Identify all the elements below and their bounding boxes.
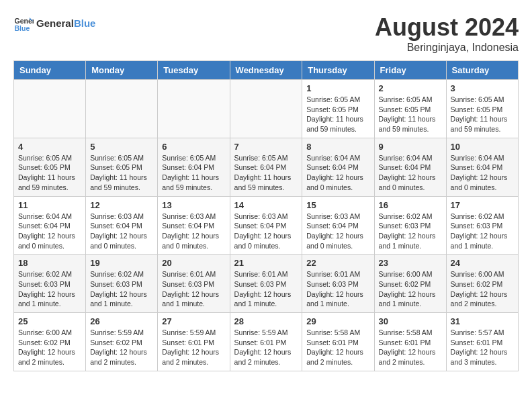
calendar-week-row: 4Sunrise: 6:05 AMSunset: 6:05 PMDaylight… [14, 138, 519, 196]
calendar-cell: 23Sunrise: 6:00 AMSunset: 6:02 PMDayligh… [374, 255, 446, 313]
calendar-cell: 14Sunrise: 6:03 AMSunset: 6:04 PMDayligh… [230, 196, 302, 255]
weekday-header-friday: Friday [374, 61, 446, 80]
day-number: 16 [379, 200, 442, 210]
calendar-week-row: 1Sunrise: 6:05 AMSunset: 6:05 PMDaylight… [14, 80, 519, 138]
day-info: Sunrise: 6:03 AMSunset: 6:04 PMDaylight:… [162, 212, 225, 251]
calendar-cell: 10Sunrise: 6:04 AMSunset: 6:04 PMDayligh… [446, 138, 518, 196]
calendar-cell: 3Sunrise: 6:05 AMSunset: 6:05 PMDaylight… [446, 80, 518, 138]
day-number: 9 [379, 142, 442, 152]
day-info: Sunrise: 6:01 AMSunset: 6:03 PMDaylight:… [306, 269, 369, 309]
day-info: Sunrise: 5:58 AMSunset: 6:01 PMDaylight:… [306, 328, 369, 367]
day-info: Sunrise: 6:02 AMSunset: 6:03 PMDaylight:… [451, 212, 514, 251]
calendar-cell: 28Sunrise: 5:59 AMSunset: 6:01 PMDayligh… [230, 313, 302, 371]
calendar-cell: 18Sunrise: 6:02 AMSunset: 6:03 PMDayligh… [14, 255, 86, 313]
calendar-week-row: 25Sunrise: 6:00 AMSunset: 6:02 PMDayligh… [14, 313, 519, 371]
day-info: Sunrise: 6:05 AMSunset: 6:04 PMDaylight:… [234, 153, 298, 193]
day-info: Sunrise: 6:02 AMSunset: 6:03 PMDaylight:… [18, 269, 81, 309]
day-number: 31 [451, 316, 514, 326]
calendar-cell: 5Sunrise: 6:05 AMSunset: 6:05 PMDaylight… [86, 138, 158, 196]
day-info: Sunrise: 6:05 AMSunset: 6:05 PMDaylight:… [451, 95, 514, 134]
calendar-cell [158, 80, 230, 138]
day-info: Sunrise: 6:01 AMSunset: 6:03 PMDaylight:… [234, 269, 298, 309]
weekday-header-thursday: Thursday [302, 61, 374, 80]
weekday-header-saturday: Saturday [446, 61, 518, 80]
day-number: 15 [306, 200, 369, 210]
weekday-header-sunday: Sunday [14, 61, 86, 80]
page-header: General Blue GeneralBlue August 2024 Ber… [13, 13, 519, 54]
day-number: 25 [18, 316, 81, 326]
weekday-header-tuesday: Tuesday [158, 61, 230, 80]
day-info: Sunrise: 6:04 AMSunset: 6:04 PMDaylight:… [451, 153, 514, 193]
day-number: 14 [234, 200, 298, 210]
calendar-cell: 9Sunrise: 6:04 AMSunset: 6:04 PMDaylight… [374, 138, 446, 196]
svg-text:Blue: Blue [15, 24, 30, 32]
day-number: 7 [234, 142, 298, 152]
day-number: 13 [162, 200, 225, 210]
calendar-cell: 15Sunrise: 6:03 AMSunset: 6:04 PMDayligh… [302, 196, 374, 255]
day-info: Sunrise: 6:03 AMSunset: 6:04 PMDaylight:… [306, 212, 369, 251]
calendar-cell: 17Sunrise: 6:02 AMSunset: 6:03 PMDayligh… [446, 196, 518, 255]
calendar-cell: 4Sunrise: 6:05 AMSunset: 6:05 PMDaylight… [14, 138, 86, 196]
day-info: Sunrise: 6:03 AMSunset: 6:04 PMDaylight:… [234, 212, 298, 251]
day-info: Sunrise: 6:05 AMSunset: 6:04 PMDaylight:… [162, 153, 225, 193]
day-info: Sunrise: 6:04 AMSunset: 6:04 PMDaylight:… [306, 153, 369, 193]
calendar-week-row: 18Sunrise: 6:02 AMSunset: 6:03 PMDayligh… [14, 255, 519, 313]
day-number: 4 [18, 142, 81, 152]
logo-icon: General Blue [13, 13, 34, 34]
logo: General Blue GeneralBlue [13, 13, 95, 34]
calendar-cell: 1Sunrise: 6:05 AMSunset: 6:05 PMDaylight… [302, 80, 374, 138]
day-number: 24 [451, 258, 514, 268]
day-number: 3 [451, 83, 514, 93]
day-info: Sunrise: 6:05 AMSunset: 6:05 PMDaylight:… [306, 95, 369, 134]
weekday-header-monday: Monday [86, 61, 158, 80]
calendar-cell: 7Sunrise: 6:05 AMSunset: 6:04 PMDaylight… [230, 138, 302, 196]
day-number: 29 [306, 316, 369, 326]
calendar-cell: 12Sunrise: 6:03 AMSunset: 6:04 PMDayligh… [86, 196, 158, 255]
day-info: Sunrise: 5:58 AMSunset: 6:01 PMDaylight:… [379, 328, 442, 367]
calendar-cell: 21Sunrise: 6:01 AMSunset: 6:03 PMDayligh… [230, 255, 302, 313]
day-info: Sunrise: 5:59 AMSunset: 6:02 PMDaylight:… [90, 328, 153, 367]
day-number: 18 [18, 258, 81, 268]
subtitle: Beringinjaya, Indonesia [375, 42, 519, 54]
day-info: Sunrise: 6:05 AMSunset: 6:05 PMDaylight:… [90, 153, 153, 193]
day-number: 1 [306, 83, 369, 93]
calendar-cell: 8Sunrise: 6:04 AMSunset: 6:04 PMDaylight… [302, 138, 374, 196]
day-info: Sunrise: 5:59 AMSunset: 6:01 PMDaylight:… [162, 328, 225, 367]
calendar-cell: 31Sunrise: 5:57 AMSunset: 6:01 PMDayligh… [446, 313, 518, 371]
day-number: 2 [379, 83, 442, 93]
calendar-cell: 22Sunrise: 6:01 AMSunset: 6:03 PMDayligh… [302, 255, 374, 313]
day-info: Sunrise: 6:03 AMSunset: 6:04 PMDaylight:… [90, 212, 153, 251]
calendar-cell: 20Sunrise: 6:01 AMSunset: 6:03 PMDayligh… [158, 255, 230, 313]
day-number: 8 [306, 142, 369, 152]
day-info: Sunrise: 6:02 AMSunset: 6:03 PMDaylight:… [379, 212, 442, 251]
day-number: 19 [90, 258, 153, 268]
calendar-week-row: 11Sunrise: 6:04 AMSunset: 6:04 PMDayligh… [14, 196, 519, 255]
calendar-cell: 11Sunrise: 6:04 AMSunset: 6:04 PMDayligh… [14, 196, 86, 255]
calendar-table: SundayMondayTuesdayWednesdayThursdayFrid… [13, 60, 519, 371]
day-info: Sunrise: 6:05 AMSunset: 6:05 PMDaylight:… [18, 153, 81, 193]
day-info: Sunrise: 6:01 AMSunset: 6:03 PMDaylight:… [162, 269, 225, 309]
day-number: 22 [306, 258, 369, 268]
day-info: Sunrise: 6:00 AMSunset: 6:02 PMDaylight:… [451, 269, 514, 309]
day-number: 12 [90, 200, 153, 210]
day-number: 27 [162, 316, 225, 326]
day-number: 11 [18, 200, 81, 210]
day-info: Sunrise: 6:04 AMSunset: 6:04 PMDaylight:… [379, 153, 442, 193]
calendar-cell: 25Sunrise: 6:00 AMSunset: 6:02 PMDayligh… [14, 313, 86, 371]
day-info: Sunrise: 6:05 AMSunset: 6:05 PMDaylight:… [379, 95, 442, 134]
calendar-cell: 27Sunrise: 5:59 AMSunset: 6:01 PMDayligh… [158, 313, 230, 371]
day-info: Sunrise: 5:59 AMSunset: 6:01 PMDaylight:… [234, 328, 298, 367]
day-number: 10 [451, 142, 514, 152]
calendar-cell [86, 80, 158, 138]
day-number: 26 [90, 316, 153, 326]
day-info: Sunrise: 5:57 AMSunset: 6:01 PMDaylight:… [451, 328, 514, 367]
calendar-cell: 13Sunrise: 6:03 AMSunset: 6:04 PMDayligh… [158, 196, 230, 255]
day-number: 23 [379, 258, 442, 268]
day-info: Sunrise: 6:02 AMSunset: 6:03 PMDaylight:… [90, 269, 153, 309]
day-number: 5 [90, 142, 153, 152]
day-number: 6 [162, 142, 225, 152]
calendar-cell: 29Sunrise: 5:58 AMSunset: 6:01 PMDayligh… [302, 313, 374, 371]
day-number: 21 [234, 258, 298, 268]
calendar-cell [230, 80, 302, 138]
day-info: Sunrise: 6:00 AMSunset: 6:02 PMDaylight:… [379, 269, 442, 309]
